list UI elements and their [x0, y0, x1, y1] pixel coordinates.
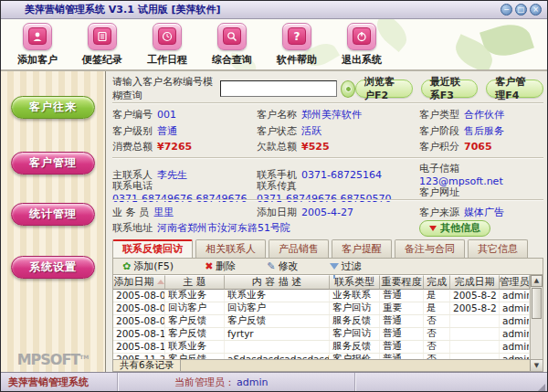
- browse-customers-button[interactable]: 浏览客户F2: [355, 79, 413, 98]
- column-header-description[interactable]: 内 容 描 述: [225, 275, 330, 290]
- column-header-admin[interactable]: 管理员: [500, 275, 530, 290]
- down-arrow-icon: [429, 226, 437, 231]
- search-label: 请输入客户名称编号模糊查询: [112, 75, 217, 102]
- detail-tabs: 联系反馈回访 相关联系人 产品销售 客户提醒 备注与合同 其它信息: [112, 239, 543, 258]
- other-info-button[interactable]: 其他信息: [419, 220, 490, 237]
- add-customer-button[interactable]: 添加客户: [9, 23, 66, 67]
- column-header-contact-type[interactable]: 联系类型: [330, 275, 380, 290]
- note-icon: [93, 27, 111, 45]
- maximize-button[interactable]: □: [515, 4, 527, 16]
- delete-x-icon: ✖: [205, 261, 213, 271]
- sidebar-item-customer-management[interactable]: 客户管理: [11, 152, 95, 175]
- status-bar: 美萍营销管理系统 当前管理员：admin: [1, 372, 547, 391]
- sidebar-item-customer-contacts[interactable]: 客户往来: [11, 96, 95, 119]
- field-add-date: 添加日期2005-4-27: [257, 206, 419, 219]
- filter-funnel-icon: [330, 263, 339, 270]
- recent-contacts-button[interactable]: 最近联系F3: [421, 79, 479, 98]
- note-record-button[interactable]: 便签纪录: [74, 23, 131, 67]
- field-total-spent: 消费总额¥7265: [112, 140, 257, 154]
- app-window: 美萍营销管理系统 V3.1 试用版 [美萍软件] − □ × 添加客户 便签纪录: [0, 0, 548, 392]
- sidebar-item-system-settings[interactable]: 系统设置: [11, 256, 95, 279]
- divider: [112, 157, 543, 159]
- field-total-owed: 欠款总额¥525: [257, 140, 419, 154]
- tab-customer-reminders[interactable]: 客户提醒: [332, 239, 392, 258]
- table-row[interactable]: 2005-08-19联系业务服务反馈普通否admin: [113, 341, 530, 354]
- divider: [112, 199, 543, 201]
- query-button[interactable]: 综合查询: [204, 23, 260, 67]
- tab-notes-contracts[interactable]: 备注与合同: [395, 239, 465, 258]
- scroll-down-icon[interactable]: ▼: [530, 360, 543, 371]
- sidebar-item-statistics[interactable]: 统计管理: [11, 203, 95, 226]
- scroll-up-icon[interactable]: ▲: [531, 275, 543, 287]
- main-content: 请输入客户名称编号模糊查询 浏览客户F2 最近联系F3 客户管理F4 客户编号0…: [106, 71, 547, 372]
- resize-grip[interactable]: [538, 384, 545, 391]
- statusbar-admin: 当前管理员：admin: [118, 373, 355, 391]
- help-button[interactable]: ? 软件帮助: [269, 23, 325, 67]
- search-input[interactable]: [220, 80, 337, 97]
- current-admin-value: admin: [237, 376, 268, 388]
- filter-records-button[interactable]: 过滤: [330, 260, 362, 273]
- table-row[interactable]: 2005-08-02客户反馈客户反馈服务反馈普通否admin: [113, 315, 530, 328]
- column-header-add-date[interactable]: 添加日期: [113, 275, 165, 290]
- exit-power-icon: [353, 27, 371, 45]
- tab-other-info[interactable]: 其它信息: [468, 239, 528, 258]
- main-toolbar: 添加客户 便签纪录 工作日程 综合查询 ? 软件帮助: [1, 19, 547, 71]
- record-count: 共有6条记录: [113, 360, 181, 371]
- field-website: 客户网址: [419, 185, 543, 199]
- field-customer-stage: 客户阶段售后服务: [419, 124, 543, 138]
- exit-button[interactable]: 退出系统: [333, 23, 390, 67]
- mpsoft-logo: MPSOFTTM: [17, 351, 90, 368]
- table-row[interactable]: 2005-08-02联系业务联系业务业务联系普通是2005-8-2admin: [113, 290, 530, 302]
- work-schedule-button[interactable]: 工作日程: [139, 23, 195, 67]
- customer-management-button[interactable]: 客户管理F4: [486, 79, 543, 98]
- vertical-scrollbar[interactable]: ▲: [530, 275, 543, 359]
- sort-indicator-icon: [157, 280, 164, 284]
- divider: [112, 102, 543, 104]
- table-row[interactable]: 2005-08-02回访客户回访客户客户回访重要是2005-8-2admin: [113, 302, 530, 315]
- close-button[interactable]: ×: [530, 4, 542, 16]
- field-customer-level: 客户级别普通: [112, 124, 257, 138]
- field-customer-source: 客户来源媒体广告: [419, 206, 543, 219]
- feedback-table: 添加日期 主 题 内 容 描 述 联系类型 重要程度 完成 完成日期 管理员 2…: [112, 275, 543, 359]
- edit-page-icon: ✎: [267, 261, 275, 271]
- edit-record-button[interactable]: ✎修改: [267, 260, 298, 273]
- search-go-button[interactable]: [341, 80, 355, 98]
- tab-contact-feedback[interactable]: 联系反馈回访: [112, 239, 193, 258]
- tab-related-contacts[interactable]: 相关联系人: [195, 239, 266, 258]
- field-customer-points: 客户积分7065: [419, 140, 543, 154]
- field-customer-type: 客户类型合作伙伴: [419, 108, 543, 122]
- field-customer-status: 客户状态活跃: [257, 124, 419, 138]
- field-salesperson: 业 务 员里里: [112, 206, 257, 219]
- column-header-done[interactable]: 完成: [424, 275, 450, 290]
- statusbar-app-name: 美萍营销管理系统: [1, 373, 118, 391]
- field-customer-id: 客户编号001: [112, 108, 257, 122]
- scrollbar-thumb[interactable]: [532, 288, 542, 319]
- title-bar: 美萍营销管理系统 V3.1 试用版 [美萍软件] − □ ×: [1, 1, 547, 19]
- column-header-done-date[interactable]: 完成日期: [450, 275, 500, 290]
- window-title: 美萍营销管理系统 V3.1 试用版 [美萍软件]: [25, 3, 221, 16]
- schedule-clock-icon: [158, 27, 176, 45]
- add-record-button[interactable]: ✿添加(F5): [122, 260, 174, 273]
- tab-product-sales[interactable]: 产品销售: [269, 239, 329, 258]
- search-go-icon: [345, 86, 352, 92]
- table-header: 添加日期 主 题 内 容 描 述 联系类型 重要程度 完成 完成日期 管理员: [113, 275, 530, 290]
- field-customer-name: 客户名称郑州美萍软件: [257, 108, 419, 122]
- add-flower-icon: ✿: [122, 261, 131, 271]
- table-action-bar: ✿添加(F5) ✖删除 ✎修改 过滤: [112, 258, 543, 275]
- add-customer-icon: [28, 27, 47, 45]
- field-address: 联系地址河南省郑州市汝河东路51号院: [112, 221, 419, 235]
- table-row[interactable]: 2005-08-19客户反馈fyrtyr客户回访普通否admin: [113, 328, 530, 341]
- column-header-subject[interactable]: 主 题: [165, 275, 225, 290]
- left-sidebar: 客户往来 客户管理 统计管理 系统设置 MPSOFTTM: [1, 71, 106, 372]
- minimize-button[interactable]: −: [501, 4, 512, 16]
- help-icon: ?: [288, 27, 306, 45]
- record-count-bar: 共有6条记录 ▼: [112, 359, 543, 372]
- column-header-importance[interactable]: 重要程度: [380, 275, 424, 290]
- search-icon: [223, 27, 241, 45]
- delete-record-button[interactable]: ✖删除: [205, 260, 236, 273]
